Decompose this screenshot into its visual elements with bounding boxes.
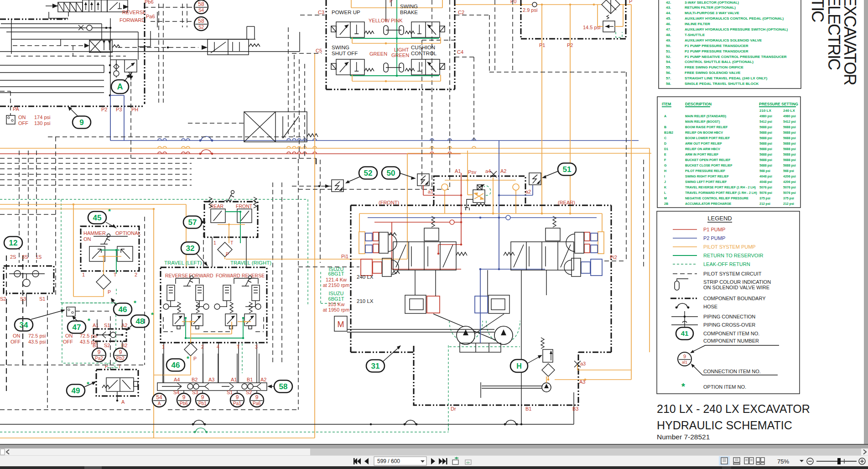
svg-text:PIPING CROSS-OVER: PIPING CROSS-OVER bbox=[703, 322, 755, 328]
svg-text:D1: D1 bbox=[664, 147, 668, 151]
svg-text:RETURN TO RESERVOIR: RETURN TO RESERVOIR bbox=[703, 253, 763, 258]
svg-text:5688 psi: 5688 psi bbox=[759, 164, 772, 167]
svg-text:G: G bbox=[664, 164, 667, 167]
svg-text:L: L bbox=[664, 191, 666, 194]
svg-text:2: 2 bbox=[201, 344, 204, 349]
svg-text:C2: C2 bbox=[458, 10, 464, 15]
svg-text:5688 psi: 5688 psi bbox=[783, 164, 796, 167]
svg-text:130 psi: 130 psi bbox=[34, 120, 50, 126]
svg-text:BUCKET CLOSE PORT RELIEF: BUCKET CLOSE PORT RELIEF bbox=[685, 164, 733, 167]
svg-text:9: 9 bbox=[119, 349, 122, 355]
svg-text:PA: PA bbox=[13, 106, 20, 112]
svg-text:A: A bbox=[121, 399, 125, 405]
svg-text:1S: 1S bbox=[36, 254, 42, 260]
svg-text:6BG1T: 6BG1T bbox=[328, 296, 344, 302]
svg-text:9: 9 bbox=[182, 394, 186, 401]
svg-text:4206 psi: 4206 psi bbox=[783, 180, 796, 184]
svg-text:54: 54 bbox=[156, 394, 162, 401]
svg-text:FREE SWING SOLENOID VALVE: FREE SWING SOLENOID VALVE bbox=[685, 71, 741, 75]
svg-text:Pb6: Pb6 bbox=[145, 0, 154, 5]
svg-text:ON: ON bbox=[83, 236, 91, 242]
svg-text:MULTI-PURPOSE 3 WAY VALVE: MULTI-PURPOSE 3 WAY VALVE bbox=[685, 11, 739, 15]
svg-text:2: 2 bbox=[135, 272, 137, 277]
svg-text:ON: ON bbox=[13, 333, 21, 339]
svg-text:LEAK-OFF RETURN: LEAK-OFF RETURN bbox=[703, 261, 750, 267]
svg-text:F: F bbox=[664, 158, 666, 162]
svg-text:REVERSE: REVERSE bbox=[122, 10, 146, 15]
svg-text:Pi2: Pi2 bbox=[610, 255, 617, 260]
svg-text:PIPING CONNECTION: PIPING CONNECTION bbox=[703, 314, 755, 319]
svg-text:5076 psi: 5076 psi bbox=[783, 191, 796, 195]
svg-text:MAIN RELIEF (STANDARD): MAIN RELIEF (STANDARD) bbox=[685, 115, 726, 118]
svg-text:9: 9 bbox=[236, 394, 239, 401]
svg-text:A1: A1 bbox=[455, 168, 461, 174]
svg-text:P: P bbox=[226, 251, 229, 257]
svg-text:5688 psi: 5688 psi bbox=[783, 147, 796, 151]
svg-text:58.: 58. bbox=[666, 82, 671, 86]
svg-text:S3: S3 bbox=[192, 390, 198, 395]
svg-text:5688 psi: 5688 psi bbox=[759, 147, 772, 151]
svg-text:210 LX - 240 LX EXCAVATOR: 210 LX - 240 LX EXCAVATOR bbox=[657, 402, 810, 415]
svg-text:TRAVEL FORWARD PORT RELIEF (1: TRAVEL FORWARD PORT RELIEF (1 RH - 2 LH) bbox=[685, 191, 757, 195]
svg-text:(FRONT): (FRONT) bbox=[379, 200, 399, 205]
svg-text:P1: P1 bbox=[539, 42, 545, 48]
svg-text:*: * bbox=[151, 311, 154, 318]
svg-text:OPTIONAL: OPTIONAL bbox=[115, 230, 141, 236]
svg-text:*: * bbox=[187, 354, 189, 362]
svg-text:45.: 45. bbox=[666, 16, 671, 21]
svg-text:5688 psi: 5688 psi bbox=[783, 125, 796, 129]
svg-text:LEGEND: LEGEND bbox=[707, 215, 732, 222]
svg-text:103 Kw: 103 Kw bbox=[328, 302, 345, 307]
svg-text:43.: 43. bbox=[666, 5, 671, 10]
svg-text:S3: S3 bbox=[20, 296, 26, 302]
svg-text:SWING: SWING bbox=[400, 4, 418, 9]
svg-text:INLINE FILTER: INLINE FILTER bbox=[685, 22, 710, 26]
svg-text:5688 psi: 5688 psi bbox=[783, 142, 796, 146]
svg-text:Pb2: Pb2 bbox=[116, 356, 125, 361]
svg-text:568 psi: 568 psi bbox=[783, 169, 794, 173]
svg-text:5688 psi: 5688 psi bbox=[759, 136, 772, 140]
svg-text:5688 psi: 5688 psi bbox=[759, 131, 772, 135]
svg-text:51.: 51. bbox=[666, 49, 671, 53]
svg-text:375 psi: 375 psi bbox=[759, 197, 770, 200]
svg-text:S2: S2 bbox=[0, 296, 6, 302]
svg-text:S4: S4 bbox=[173, 390, 179, 395]
svg-text:3: 3 bbox=[255, 344, 258, 349]
svg-text:121.4 Kw: 121.4 Kw bbox=[326, 277, 347, 282]
svg-text:a1: a1 bbox=[428, 189, 433, 194]
svg-text:HYDRAULIC SCHEMATIC: HYDRAULIC SCHEMATIC bbox=[657, 419, 792, 432]
svg-text:240 LX: 240 LX bbox=[357, 274, 374, 280]
svg-text:14.5 psi: 14.5 psi bbox=[583, 25, 601, 30]
svg-text:C4: C4 bbox=[457, 49, 463, 55]
svg-text:57: 57 bbox=[188, 218, 197, 227]
svg-text:A: A bbox=[158, 401, 161, 406]
svg-text:9: 9 bbox=[255, 394, 259, 401]
svg-text:S2: S2 bbox=[246, 390, 252, 395]
svg-text:ARM IN PORT RELIEF: ARM IN PORT RELIEF bbox=[685, 153, 719, 156]
svg-text:75%: 75% bbox=[777, 458, 789, 465]
svg-text:P: P bbox=[629, 0, 632, 4]
svg-text:J: J bbox=[664, 180, 666, 183]
svg-text:P: P bbox=[193, 356, 197, 361]
svg-text:5688 psi: 5688 psi bbox=[759, 142, 772, 146]
svg-text:46: 46 bbox=[172, 361, 180, 370]
svg-text:34: 34 bbox=[20, 321, 28, 329]
svg-text:PILOT SYSTEM CIRCUIT: PILOT SYSTEM CIRCUIT bbox=[703, 271, 762, 276]
svg-text:SINGLE PEDAL TRAVEL SHUTTLE BL: SINGLE PEDAL TRAVEL SHUTTLE BLOCK bbox=[685, 82, 759, 86]
svg-text:*: * bbox=[134, 299, 136, 307]
svg-text:5412 psi: 5412 psi bbox=[759, 120, 772, 124]
svg-text:B1/B2: B1/B2 bbox=[664, 131, 673, 134]
svg-text:COMPONENT NUMBER: COMPONENT NUMBER bbox=[703, 338, 759, 344]
svg-text:2B: 2B bbox=[664, 202, 668, 205]
svg-text:49.: 49. bbox=[666, 38, 671, 42]
svg-text:Pa1: Pa1 bbox=[233, 401, 241, 406]
svg-text:B2: B2 bbox=[192, 377, 198, 382]
svg-text:T-SHUTTLE: T-SHUTTLE bbox=[685, 33, 705, 37]
svg-text:5688 psi: 5688 psi bbox=[759, 153, 772, 156]
svg-text:FORWARD: FORWARD bbox=[120, 17, 145, 23]
svg-text:P1 PUMP NEGATIVE CONTROL PRESS: P1 PUMP NEGATIVE CONTROL PRESSURE TRANSD… bbox=[685, 55, 787, 59]
svg-text:*: * bbox=[88, 317, 90, 324]
svg-text:5688 psi: 5688 psi bbox=[783, 158, 796, 162]
svg-text:S1: S1 bbox=[104, 323, 110, 328]
svg-text:56.: 56. bbox=[666, 71, 671, 75]
